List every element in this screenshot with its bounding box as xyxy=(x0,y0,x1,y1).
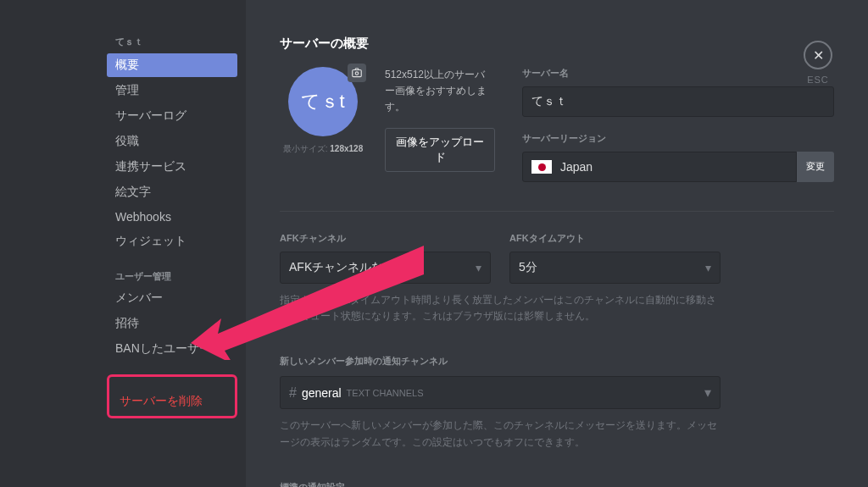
afk-help-text: 指定されたAFKタイムアウト時間より長く放置したメンバーはこのチャンネルに自動的… xyxy=(280,292,721,324)
sidebar-item-overview[interactable]: 概要 xyxy=(107,53,237,77)
svg-point-1 xyxy=(355,72,359,75)
divider xyxy=(280,211,834,212)
server-name-input[interactable] xyxy=(522,86,834,117)
chevron-down-icon: ▾ xyxy=(705,261,711,274)
sidebar-item-widget[interactable]: ウィジェット xyxy=(107,230,237,253)
change-region-button[interactable]: 変更 xyxy=(797,152,834,182)
upload-image-button[interactable]: 画像をアップロード xyxy=(385,128,495,172)
upload-icon[interactable] xyxy=(348,64,366,82)
sidebar-item-webhooks[interactable]: Webhooks xyxy=(107,206,237,228)
sidebar-item-bans[interactable]: BANしたユーザー xyxy=(107,337,237,361)
server-region-value: Japan xyxy=(522,152,797,182)
afk-channel-select[interactable]: AFKチャンネルなし ▾ xyxy=(280,252,491,284)
avatar-initials: てｓt xyxy=(291,92,354,111)
min-size-text: 最小サイズ: 128x128 xyxy=(280,143,366,155)
sidebar-item-members[interactable]: メンバー xyxy=(107,286,237,310)
server-avatar[interactable]: てｓt xyxy=(288,67,358,136)
svg-rect-0 xyxy=(353,70,362,77)
sidebar-item-roles[interactable]: 役職 xyxy=(107,130,237,153)
sidebar-item-moderation[interactable]: 管理 xyxy=(107,79,237,102)
image-hint-text: 512x512以上のサーバー画像をおすすめします。 xyxy=(385,67,495,116)
close-label: ESC xyxy=(804,75,832,85)
new-member-heading: 新しいメンバー参加時の通知チャンネル xyxy=(280,355,721,368)
afk-timeout-label: AFKタイムアウト xyxy=(509,232,721,245)
hash-icon: # xyxy=(289,385,297,401)
main-content: ✕ ESC サーバーの概要 てｓt 最小サイズ: 128x128 512x512… xyxy=(246,0,868,487)
server-region-label: サーバーリージョン xyxy=(522,132,834,145)
sidebar-item-integrations[interactable]: 連携サービス xyxy=(107,155,237,179)
sidebar-heading-user-mgmt: ユーザー管理 xyxy=(107,255,237,286)
flag-japan-icon xyxy=(531,160,552,174)
sidebar-server-name: てｓｔ xyxy=(107,36,237,53)
system-channel-select[interactable]: # general TEXT CHANNELS ▾ xyxy=(280,376,721,409)
chevron-down-icon: ▾ xyxy=(476,261,481,274)
delete-server-highlight: サーバーを削除 xyxy=(107,374,237,418)
server-name-label: サーバー名 xyxy=(522,67,834,80)
close-icon: ✕ xyxy=(804,41,832,69)
sidebar-item-invites[interactable]: 招待 xyxy=(107,312,237,335)
sidebar-item-emoji[interactable]: 絵文字 xyxy=(107,180,237,204)
sidebar-item-audit-log[interactable]: サーバーログ xyxy=(107,104,237,128)
settings-sidebar: てｓｔ 概要 管理 サーバーログ 役職 連携サービス 絵文字 Webhooks … xyxy=(0,0,246,487)
afk-timeout-select[interactable]: 5分 ▾ xyxy=(509,252,721,284)
new-member-help-text: このサーバーへ新しいメンバーが参加した際、このチャンネルにメッセージを送ります。… xyxy=(280,418,721,450)
default-notif-heading: 標準の通知設定 xyxy=(280,481,721,487)
afk-channel-label: AFKチャンネル xyxy=(280,232,491,245)
close-button[interactable]: ✕ ESC xyxy=(804,41,832,85)
delete-server-button[interactable]: サーバーを削除 xyxy=(111,389,211,414)
chevron-down-icon: ▾ xyxy=(704,385,711,401)
page-title: サーバーの概要 xyxy=(280,36,834,52)
